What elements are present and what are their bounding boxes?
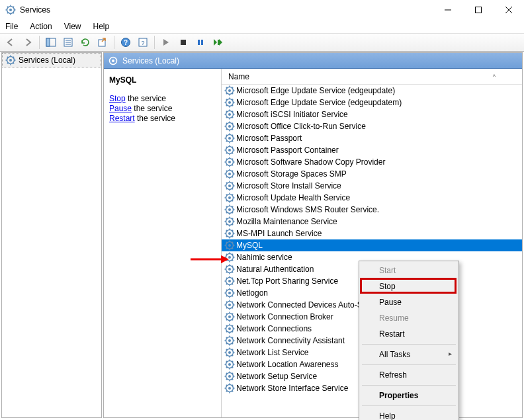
- service-row[interactable]: Microsoft Edge Update Service (edgeupdat…: [222, 85, 522, 97]
- gear-icon: [224, 359, 235, 370]
- refresh-button[interactable]: [77, 34, 93, 50]
- service-name-label: Netlogon: [236, 288, 268, 298]
- service-name-label: Network Location Awareness: [236, 360, 339, 369]
- gear-icon: [224, 371, 235, 382]
- svg-text:?: ?: [124, 39, 128, 46]
- service-name-label: Microsoft Office Click-to-Run Service: [236, 122, 366, 131]
- menu-item-help[interactable]: Help: [361, 408, 457, 420]
- gear-icon: [224, 264, 235, 274]
- menu-item-refresh[interactable]: Refresh: [361, 367, 457, 383]
- service-row[interactable]: MS-MPI Launch Service: [222, 228, 522, 239]
- back-button[interactable]: [3, 34, 19, 50]
- menu-help[interactable]: Help: [93, 22, 110, 31]
- sort-indicator-icon: ^: [493, 73, 496, 80]
- help-button[interactable]: ?: [118, 34, 134, 50]
- pause-service-button[interactable]: [193, 34, 208, 50]
- tree-root-item[interactable]: Services (Local): [2, 53, 101, 67]
- stop-service-button[interactable]: [175, 34, 191, 50]
- service-name-label: Nahimic service: [236, 253, 292, 262]
- content-header-label: Services (Local): [122, 56, 179, 65]
- menu-item-restart[interactable]: Restart: [361, 326, 457, 342]
- service-name-label: Microsoft Passport: [236, 134, 302, 143]
- service-name-label: Net.Tcp Port Sharing Service: [236, 276, 338, 286]
- service-name-label: Mozilla Maintenance Service: [236, 217, 337, 226]
- gear-icon: [224, 204, 235, 215]
- service-row[interactable]: Microsoft Update Health Service: [222, 192, 522, 204]
- service-action-link[interactable]: Restart: [109, 114, 135, 123]
- column-name[interactable]: Name: [226, 72, 252, 81]
- service-row[interactable]: Microsoft Passport Container: [222, 144, 522, 156]
- window-title: Services: [20, 5, 433, 15]
- menu-separator: [362, 405, 456, 406]
- service-row[interactable]: Microsoft Storage Spaces SMP: [222, 168, 522, 180]
- gear-icon: [224, 157, 235, 167]
- show-hide-tree-button[interactable]: [43, 34, 59, 50]
- menu-item-properties[interactable]: Properties: [361, 388, 457, 403]
- service-name-label: Microsoft Edge Update Service (edgeupdat…: [236, 98, 402, 107]
- tree-pane: Services (Local): [1, 52, 102, 418]
- titlebar: Services: [0, 0, 524, 20]
- content-header: Services (Local): [104, 53, 522, 69]
- service-action-line: Restart the service: [109, 114, 216, 123]
- svg-rect-15: [46, 38, 50, 46]
- menu-file[interactable]: File: [5, 22, 18, 31]
- menu-item-all-tasks[interactable]: All Tasks: [361, 347, 457, 362]
- service-name-label: Microsoft Storage Spaces SMP: [236, 169, 347, 179]
- gear-icon: [224, 383, 235, 394]
- service-action-line: Stop the service: [109, 94, 216, 103]
- service-action-link[interactable]: Pause: [109, 104, 132, 113]
- gear-icon: [224, 216, 235, 227]
- gear-icon: [224, 335, 235, 346]
- gear-icon: [224, 169, 235, 179]
- maximize-button[interactable]: [463, 0, 494, 20]
- properties-button[interactable]: [60, 34, 76, 50]
- forward-button[interactable]: [20, 34, 36, 50]
- menu-item-stop[interactable]: Stop: [361, 278, 457, 294]
- service-name-label: MS-MPI Launch Service: [236, 229, 322, 238]
- menu-action[interactable]: Action: [30, 22, 52, 31]
- gear-icon: [108, 56, 118, 66]
- svg-rect-11: [476, 7, 482, 13]
- service-row[interactable]: MySQL: [222, 239, 522, 251]
- toolbar-separator: [39, 36, 40, 49]
- gear-icon: [224, 323, 235, 334]
- svg-rect-20: [99, 40, 105, 46]
- selected-service-name: MySQL: [109, 75, 216, 85]
- svg-rect-26: [198, 40, 200, 45]
- service-row[interactable]: Microsoft Edge Update Service (edgeupdat…: [222, 97, 522, 108]
- gear-icon: [5, 55, 16, 65]
- gear-icon: [224, 109, 235, 120]
- gear-icon: [224, 181, 235, 191]
- start-service-button[interactable]: [158, 34, 174, 50]
- service-row[interactable]: Microsoft iSCSI Initiator Service: [222, 108, 522, 120]
- svg-text:?: ?: [141, 40, 144, 46]
- service-row[interactable]: Microsoft Store Install Service: [222, 180, 522, 192]
- export-button[interactable]: [95, 34, 110, 50]
- service-action-link[interactable]: Stop: [109, 94, 126, 103]
- service-name-label: Microsoft iSCSI Initiator Service: [236, 110, 348, 119]
- menubar: File Action View Help: [0, 20, 524, 33]
- service-name-label: Microsoft Edge Update Service (edgeupdat…: [236, 86, 395, 95]
- service-row[interactable]: Microsoft Office Click-to-Run Service: [222, 120, 522, 132]
- menu-view[interactable]: View: [64, 22, 81, 31]
- close-button[interactable]: [494, 0, 524, 20]
- menu-separator: [362, 385, 456, 386]
- service-row[interactable]: Microsoft Software Shadow Copy Provider: [222, 156, 522, 168]
- help2-button[interactable]: ?: [135, 34, 151, 50]
- annotation-arrow: [191, 254, 230, 265]
- service-name-label: Network Connections: [236, 324, 312, 333]
- service-name-label: Microsoft Store Install Service: [236, 181, 341, 190]
- service-row[interactable]: Microsoft Windows SMS Router Service.: [222, 204, 522, 216]
- minimize-button[interactable]: [433, 0, 463, 20]
- menu-item-pause[interactable]: Pause: [361, 294, 457, 310]
- service-row[interactable]: Microsoft Passport: [222, 132, 522, 144]
- service-row[interactable]: Mozilla Maintenance Service: [222, 216, 522, 228]
- gear-icon: [224, 133, 235, 144]
- service-name-label: Microsoft Windows SMS Router Service.: [236, 205, 379, 214]
- tree-root-label: Services (Local): [19, 56, 75, 65]
- service-name-label: Network Connection Broker: [236, 312, 333, 321]
- list-header[interactable]: Name ^: [222, 69, 522, 85]
- service-name-label: Microsoft Update Health Service: [236, 193, 350, 202]
- svg-rect-27: [201, 40, 203, 45]
- restart-service-button[interactable]: [210, 34, 226, 50]
